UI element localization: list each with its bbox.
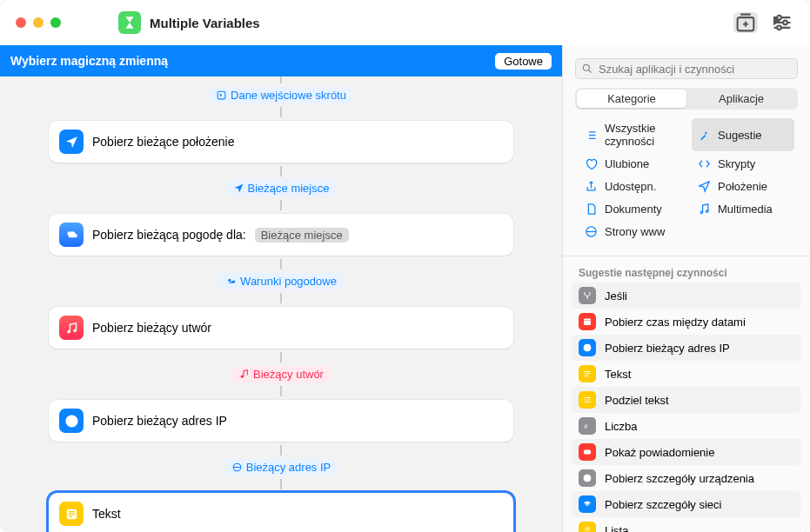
weather-icon [59,223,84,247]
location-icon [697,179,711,193]
cat-media[interactable]: Multimedia [692,198,794,219]
search-field-wrap [575,58,798,79]
search-icon [581,63,593,75]
workflow-canvas: Dane wejściowe skrótu Pobierz bieżące po… [0,76,562,532]
search-input[interactable] [575,58,798,79]
cat-favorites[interactable]: Ulubione [579,153,681,174]
settings-toggle[interactable] [770,12,794,33]
number-icon: # [579,417,596,435]
cat-share[interactable]: Udostępn. [579,176,681,196]
svg-point-1 [777,16,781,20]
minimize-window[interactable] [33,17,44,28]
token-current-ip[interactable]: Bieżący adres IP [224,459,338,475]
sugg-item[interactable]: Jeśli [572,283,801,309]
svg-text:#: # [585,423,588,429]
heart-icon [584,156,598,170]
sugg-item[interactable]: Pobierz szczegóły sieci [572,491,801,517]
cat-web[interactable]: Strony www [579,221,681,242]
seg-categories[interactable]: Kategorie [577,90,686,108]
cat-suggestions[interactable]: Sugestie [692,118,794,151]
list-icon [579,522,596,532]
action-get-weather[interactable]: Pobierz bieżącą pogodę dla: Bieżące miej… [49,214,513,256]
action-get-song[interactable]: Pobierz bieżący utwór [49,307,513,349]
magic-variable-prompt: Wybierz magiczną zmienną [10,54,168,68]
text-icon [59,502,84,526]
notification-icon [579,443,596,461]
location-arrow-icon [59,130,84,154]
zoom-window[interactable] [50,17,61,28]
text-icon [579,365,596,382]
svg-point-3 [777,26,781,30]
sugg-item[interactable]: Lista [572,517,801,532]
svg-point-15 [706,210,708,213]
cat-documents[interactable]: Dokumenty [579,198,681,219]
close-window[interactable] [16,17,26,28]
category-grid: Wszystkie czynności Sugestie Ulubione Sk… [563,118,810,250]
svg-point-2 [783,21,787,25]
sugg-item[interactable]: Tekst [572,361,801,387]
editor-pane: Wybierz magiczną zmienną Gotowe Dane wej… [0,45,562,532]
cat-location[interactable]: Położenie [692,176,794,196]
sugg-item[interactable]: Pokaż powiadomienie [572,439,801,465]
svg-point-8 [73,329,77,332]
cat-scripts[interactable]: Skrypty [692,153,794,174]
magic-variable-bar: Wybierz magiczną zmienną Gotowe [0,45,562,76]
share-icon [584,179,598,193]
device-icon [579,469,596,487]
music-icon [59,316,84,340]
suggestions-list: Jeśli Pobierz czas między datami Pobierz… [563,283,810,532]
web-icon [584,224,598,238]
wand-icon [697,128,711,142]
globe-icon [579,339,596,356]
wifi-icon [579,495,596,513]
token-weather[interactable]: Warunki pogodowe [218,273,344,289]
token-current-song[interactable]: Bieżący utwór [231,366,331,382]
svg-point-22 [586,477,589,480]
action-get-ip[interactable]: Pobierz bieżący adres IP [49,400,513,442]
globe-icon [59,409,84,433]
list-icon [584,128,598,142]
svg-point-13 [583,65,589,71]
cat-all[interactable]: Wszystkie czynności [579,118,681,151]
sugg-item[interactable]: Pobierz szczegóły urządzenia [572,465,801,491]
segment-control[interactable]: Kategorie Aplikacje [575,88,798,110]
library-sidebar: Kategorie Aplikacje Wszystkie czynności … [562,45,810,532]
if-icon [579,287,596,304]
titlebar: Multiple Variables [0,0,810,45]
seg-apps[interactable]: Aplikacje [686,90,796,108]
split-text-icon [579,391,596,409]
window-title: Multiple Variables [150,16,260,30]
done-button[interactable]: Gotowe [495,53,552,70]
action-text[interactable]: Tekst Tekst [49,493,513,532]
svg-rect-17 [584,319,591,326]
shortcut-icon [118,11,141,34]
weather-location-param[interactable]: Bieżące miejsce [255,228,349,243]
suggestions-header: Sugestie następnej czynności [563,262,810,283]
svg-point-7 [67,329,70,333]
svg-point-14 [700,211,703,214]
window-controls [16,17,61,28]
token-shortcut-input[interactable]: Dane wejściowe skrótu [209,87,353,103]
script-icon [697,156,711,170]
media-icon [697,202,711,216]
document-icon [584,202,598,216]
svg-point-6 [228,279,231,282]
token-current-location[interactable]: Bieżące miejsce [226,180,337,196]
calendar-icon [579,313,596,330]
action-get-location[interactable]: Pobierz bieżące położenie [49,121,513,163]
sugg-item[interactable]: Podziel tekst [572,387,801,413]
sugg-item[interactable]: #Liczba [572,413,801,439]
svg-rect-20 [584,450,591,455]
sugg-item[interactable]: Pobierz bieżący adres IP [572,335,801,361]
library-toggle[interactable] [733,12,758,33]
sugg-item[interactable]: Pobierz czas między datami [572,309,801,335]
sidebar-toolbar [733,12,794,33]
